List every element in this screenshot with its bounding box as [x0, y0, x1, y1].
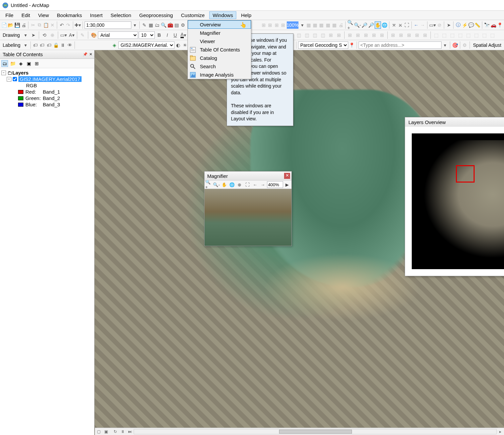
- magnifier-canvas[interactable]: [205, 189, 291, 246]
- font-color-icon[interactable]: 🎨: [90, 31, 97, 39]
- html-popup-icon[interactable]: 💬: [468, 21, 474, 29]
- catalog-window-icon[interactable]: 🗂: [154, 21, 160, 29]
- close-icon[interactable]: ✕: [284, 173, 290, 179]
- model-builder-icon[interactable]: ⚙: [180, 21, 186, 29]
- zoom-to-icon[interactable]: ⊕: [49, 31, 56, 39]
- bold-icon[interactable]: B: [155, 31, 163, 39]
- auto-hide-icon[interactable]: 📌: [83, 52, 88, 57]
- editor-toolbar-icon[interactable]: ✎: [141, 21, 147, 29]
- labeling-label[interactable]: Labeling: [1, 42, 22, 48]
- find-icon[interactable]: 🔭: [484, 21, 490, 29]
- magnifier-zoom-input[interactable]: [267, 181, 283, 188]
- forward-extent-icon[interactable]: →: [420, 21, 425, 29]
- arrow-left-icon[interactable]: ←: [252, 181, 259, 188]
- dropdown-icon[interactable]: ▾: [22, 41, 29, 49]
- zoom-out-icon[interactable]: 🔍-: [213, 181, 220, 188]
- hyperlink-icon[interactable]: ⚡: [462, 21, 467, 29]
- options-icon[interactable]: ⚙: [462, 41, 468, 49]
- step-icon[interactable]: ⏭: [126, 429, 134, 435]
- rectangle-icon[interactable]: ▭▾: [60, 31, 67, 39]
- fixed-zoom-icon[interactable]: ⊕: [236, 181, 243, 188]
- edit-vertices-icon[interactable]: ✎: [79, 31, 86, 39]
- fixed-zoom-in-icon[interactable]: 🔎: [362, 21, 367, 29]
- editor-icon[interactable]: ⊞: [370, 31, 378, 39]
- menu-file[interactable]: File: [2, 11, 17, 19]
- menu-item-toc[interactable]: Table Of Contents: [188, 45, 251, 54]
- dropdown-icon[interactable]: ▾: [22, 31, 29, 39]
- select-elements-icon[interactable]: ➤: [446, 21, 452, 29]
- arrow-right-icon[interactable]: →: [259, 181, 266, 188]
- editor-icon[interactable]: ⬚: [489, 31, 496, 39]
- full-screen-icon[interactable]: ⛶: [404, 21, 409, 29]
- drawing-label[interactable]: Drawing: [1, 32, 21, 38]
- menu-bookmarks[interactable]: Bookmarks: [53, 11, 85, 19]
- horizontal-scrollbar[interactable]: [134, 429, 497, 434]
- save-icon[interactable]: 💾: [14, 21, 20, 29]
- menu-item-catalog[interactable]: Catalog: [188, 54, 251, 62]
- grid-icon[interactable]: ▦: [312, 21, 318, 29]
- editor-icon[interactable]: ⊞: [335, 31, 343, 39]
- open-icon[interactable]: 📂: [8, 21, 13, 29]
- grid-icon[interactable]: ▦: [325, 21, 331, 29]
- print-icon[interactable]: 🖨: [338, 21, 344, 29]
- font-size-select[interactable]: 10: [139, 31, 155, 39]
- paste-icon[interactable]: 📋: [43, 21, 49, 29]
- menu-item-search[interactable]: Search: [188, 62, 251, 71]
- editor-icon[interactable]: ◫: [303, 31, 310, 39]
- editor-icon[interactable]: ⊞: [413, 31, 421, 39]
- refresh-icon[interactable]: ↻: [112, 429, 119, 435]
- geocode-icon[interactable]: 🎯: [452, 41, 458, 49]
- menu-customize[interactable]: Customize: [177, 11, 208, 19]
- python-window-icon[interactable]: ▤: [174, 21, 179, 29]
- data-view-icon[interactable]: ▢: [95, 429, 102, 435]
- full-screen-icon[interactable]: ⛶: [244, 181, 251, 188]
- copy-icon[interactable]: ⧉: [36, 21, 42, 29]
- editor-icon[interactable]: ⊞: [327, 31, 335, 39]
- print-icon[interactable]: 🖨: [21, 21, 26, 29]
- editor-icon[interactable]: ⬚: [473, 31, 480, 39]
- label-weight-icon[interactable]: 🏷: [46, 41, 52, 49]
- list-by-selection-icon[interactable]: ▣: [25, 60, 32, 67]
- find-route-icon[interactable]: 🚗: [490, 21, 496, 29]
- effects-layer-icon[interactable]: ◈: [111, 41, 118, 49]
- editor-icon[interactable]: ◫: [295, 31, 302, 39]
- redo-icon[interactable]: ↷: [65, 21, 71, 29]
- select-elements-icon[interactable]: ➤: [30, 31, 37, 39]
- editor-icon[interactable]: ⊞: [354, 31, 362, 39]
- spatial-adjust-label[interactable]: Spatial Adjust: [472, 42, 503, 48]
- play-icon[interactable]: ▶: [284, 181, 291, 188]
- zoom-out-icon[interactable]: 🔍-: [354, 21, 361, 29]
- select-features-icon[interactable]: ▭▾: [429, 21, 436, 29]
- zoom-in-icon[interactable]: 🔍+: [205, 181, 212, 188]
- effects-layer-select[interactable]: GIS2.IMAGERY.Aerial...: [118, 41, 174, 49]
- pan-icon[interactable]: ✋: [375, 21, 381, 29]
- editor-icon[interactable]: ◫: [319, 31, 327, 39]
- fixed-zoom-out-icon[interactable]: ⤩: [397, 21, 403, 29]
- menu-windows[interactable]: Windows: [209, 11, 236, 19]
- italic-icon[interactable]: I: [163, 31, 171, 39]
- fixed-zoom-out-icon[interactable]: 🔎: [368, 21, 374, 29]
- magnifier-title-bar[interactable]: Magnifier ✕: [205, 172, 291, 180]
- overview-canvas[interactable]: [405, 127, 504, 276]
- grid-icon[interactable]: ▦: [306, 21, 311, 29]
- pan-icon[interactable]: ✋: [221, 181, 228, 188]
- underline-icon[interactable]: U: [171, 31, 179, 39]
- editor-icon[interactable]: ⊞: [405, 31, 413, 39]
- zoom-in-icon[interactable]: 🔍+: [347, 21, 353, 29]
- search-window-icon[interactable]: 🔍: [161, 21, 166, 29]
- delete-icon[interactable]: ✕: [49, 21, 55, 29]
- new-doc-icon[interactable]: 📄: [1, 21, 7, 29]
- menu-item-image-analysis[interactable]: Image Analysis: [188, 71, 251, 79]
- editor-icon[interactable]: ⊞: [378, 31, 386, 39]
- menu-selection[interactable]: Selection: [107, 11, 135, 19]
- pause-draw-icon[interactable]: ⏸: [119, 429, 126, 435]
- font-select[interactable]: Arial: [98, 31, 138, 39]
- grid-icon[interactable]: ▦: [332, 21, 337, 29]
- layer-visibility-checkbox[interactable]: [13, 77, 17, 81]
- editor-icon[interactable]: ⬚: [481, 31, 488, 39]
- label-priority-icon[interactable]: 🏷: [39, 41, 45, 49]
- undo-icon[interactable]: ↶: [59, 21, 65, 29]
- locator-options-icon[interactable]: 📍: [349, 41, 355, 49]
- full-extent-icon[interactable]: 🌐: [228, 181, 235, 188]
- grid-icon[interactable]: ⊞: [280, 21, 286, 29]
